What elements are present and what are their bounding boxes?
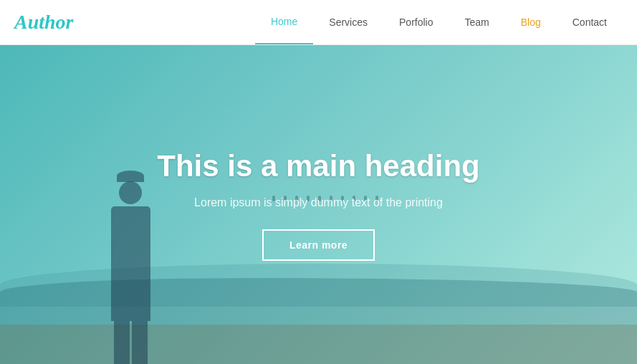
nav-link-services[interactable]: Services	[313, 0, 383, 44]
nav-link-team[interactable]: Team	[449, 0, 504, 44]
person-cap	[117, 171, 144, 182]
hero-section: This is a main heading Lorem ipsum is si…	[0, 45, 637, 364]
hero-person-silhouette	[111, 206, 150, 321]
nav-item-portfolio[interactable]: Porfolio	[383, 0, 449, 44]
nav-link-portfolio[interactable]: Porfolio	[383, 0, 449, 44]
person-body	[111, 206, 150, 321]
nav-item-team[interactable]: Team	[449, 0, 504, 44]
hero-content: This is a main heading Lorem ipsum is si…	[157, 149, 479, 261]
hero-subtext: Lorem ipsum is simply dummy text of the …	[157, 196, 479, 209]
nav-item-services[interactable]: Services	[313, 0, 383, 44]
person-head	[119, 181, 142, 204]
nav-link-blog[interactable]: Blog	[505, 0, 557, 44]
person-left-leg	[114, 321, 130, 364]
nav-item-home[interactable]: Home	[255, 0, 313, 44]
person-right-leg	[132, 321, 148, 364]
nav-link-home[interactable]: Home	[255, 0, 313, 44]
nav-menu: Home Services Porfolio Team Blog Contact	[255, 0, 623, 44]
navbar: Author Home Services Porfolio Team Blog …	[0, 0, 637, 45]
hero-heading: This is a main heading	[157, 149, 479, 183]
learn-more-button[interactable]: Learn more	[262, 229, 375, 261]
hero-ground	[0, 325, 637, 364]
nav-item-contact[interactable]: Contact	[557, 0, 623, 44]
brand-logo[interactable]: Author	[14, 11, 74, 34]
nav-item-blog[interactable]: Blog	[505, 0, 557, 44]
nav-link-contact[interactable]: Contact	[557, 0, 623, 44]
